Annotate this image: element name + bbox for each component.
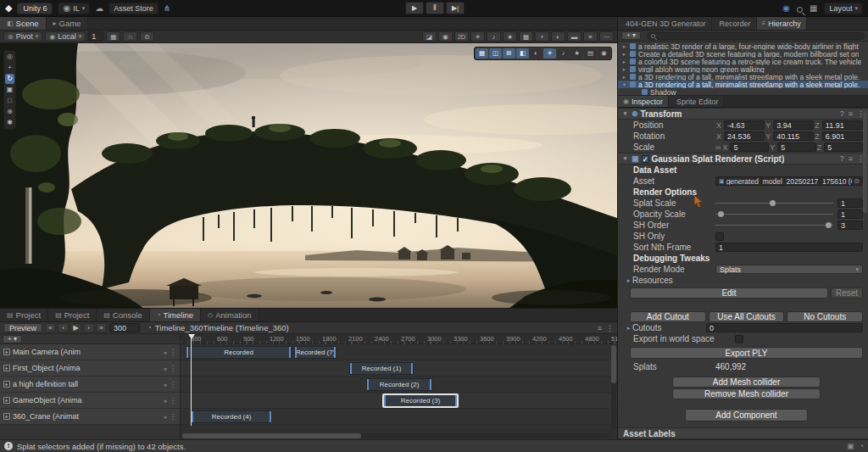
track-row[interactable]: ▸ a high definition tall ● ⋮ bbox=[0, 377, 180, 393]
grid-snapping-icon[interactable]: ▦ bbox=[106, 31, 120, 42]
sh-order-slider[interactable] bbox=[715, 220, 833, 230]
effects-icon[interactable]: ★ bbox=[503, 31, 517, 42]
wireframe-view-button[interactable]: ◫ bbox=[489, 48, 502, 59]
cloud-status-icon[interactable]: ◉ bbox=[782, 3, 790, 13]
add-component-button[interactable]: Add Component bbox=[685, 409, 808, 421]
opacity-scale-value-field[interactable]: 1 bbox=[837, 209, 863, 219]
presets-icon[interactable]: ≡ bbox=[849, 109, 853, 118]
gear-icon[interactable]: ≡ bbox=[598, 324, 602, 332]
rotation-z-field[interactable]: 6.901 bbox=[822, 131, 863, 141]
gaussian-splat-renderer-header[interactable]: ▾ ▣ ✓ Gaussian Splat Renderer (Script) ?… bbox=[618, 153, 868, 165]
asset-labels-header[interactable]: Asset Labels bbox=[618, 427, 868, 439]
help-icon[interactable]: ? bbox=[840, 154, 844, 163]
grid-icon[interactable]: ▦ bbox=[519, 31, 533, 42]
timeline-clip[interactable]: Recorded (7) bbox=[294, 346, 337, 359]
panel-tab[interactable]: ◇ Animation bbox=[201, 309, 259, 321]
custom-tool[interactable]: ✱ bbox=[5, 118, 14, 128]
component-enabled-checkbox[interactable]: ✓ bbox=[642, 155, 649, 163]
audio-toggle[interactable]: ♪ bbox=[557, 48, 570, 59]
record-icon[interactable]: ● bbox=[164, 398, 167, 404]
panel-tab[interactable]: Sprite Editor bbox=[669, 96, 725, 107]
rotation-y-field[interactable]: 40.115 bbox=[773, 131, 814, 141]
transform-tool[interactable]: ⊕ bbox=[5, 107, 14, 117]
timeline-clip[interactable]: Recorded (1) bbox=[349, 362, 414, 375]
hierarchy-item[interactable]: ▸ virgil abloh wearing neon green walkin… bbox=[618, 65, 868, 73]
track-menu-icon[interactable]: ⋮ bbox=[170, 365, 176, 372]
scale-x-field[interactable]: 5 bbox=[730, 142, 769, 152]
panel-tab[interactable]: ▤ Project bbox=[0, 309, 48, 321]
transform-header[interactable]: ▾ ⊕ Transform ? ≡ ⋮ bbox=[618, 108, 868, 120]
menu-icon[interactable]: ≡ bbox=[583, 31, 598, 42]
camera-icon[interactable]: ◐ bbox=[551, 31, 565, 42]
timeline-clip-area[interactable]: 3006009001200150018002100240027003000330… bbox=[181, 334, 617, 441]
layers-icon[interactable]: ▦ bbox=[810, 3, 817, 13]
gizmos-icon[interactable]: + bbox=[535, 31, 549, 42]
expand-arrow-icon[interactable]: ▸ bbox=[621, 74, 627, 81]
timeline-horizontal-scrollbar[interactable] bbox=[182, 433, 609, 438]
use-all-cutouts-button[interactable]: Use All Cutouts bbox=[709, 311, 785, 322]
track-menu-icon[interactable]: ⋮ bbox=[170, 381, 176, 388]
play-button[interactable]: ▶ bbox=[70, 323, 81, 332]
cloud-icon[interactable]: ☁ bbox=[95, 3, 103, 13]
position-z-field[interactable]: 11.91 bbox=[822, 120, 863, 130]
no-cutouts-button[interactable]: No Cutouts bbox=[787, 311, 863, 322]
track-row[interactable]: ▸ Main Camera (Anim ● ⋮ bbox=[0, 344, 180, 360]
audio-icon[interactable]: ♪ bbox=[487, 31, 501, 42]
panel-tab[interactable]: ◉ Inspector bbox=[618, 96, 669, 107]
expand-arrow-icon[interactable]: ▸ bbox=[621, 66, 627, 73]
expand-arrow-icon[interactable]: ▾ bbox=[621, 81, 627, 88]
presets-icon[interactable]: ≡ bbox=[849, 154, 853, 163]
grid-size-field[interactable]: 1 bbox=[88, 31, 103, 42]
hierarchy-item[interactable]: ▸ Create a detailed 3D scene featuring a… bbox=[618, 50, 868, 58]
opacity-scale-slider[interactable] bbox=[715, 209, 833, 219]
panel-tab[interactable]: ≡ Hierarchy bbox=[757, 17, 807, 30]
layout-dropdown[interactable]: Layout ▾ bbox=[824, 3, 863, 14]
view-tool[interactable]: ◎ bbox=[5, 52, 14, 62]
foldout-arrow-icon[interactable]: ▸ bbox=[625, 325, 632, 332]
sh-only-checkbox[interactable] bbox=[715, 232, 724, 241]
timeline-breadcrumb[interactable]: ◔ Timeline_360Timeline (Timeline_360) bbox=[147, 323, 289, 332]
panel-tab[interactable]: ▤ Project bbox=[48, 309, 97, 321]
splat-scale-value-field[interactable]: 1 bbox=[837, 198, 863, 208]
hierarchy-item[interactable]: ▸ a colorful 3D scene featuring a retro-… bbox=[618, 58, 868, 65]
inspector-scrollbar[interactable] bbox=[863, 111, 867, 213]
render-mode-dropdown[interactable]: Splats ▾ bbox=[715, 265, 863, 274]
effects-toggle[interactable]: ★ bbox=[570, 48, 583, 59]
record-icon[interactable]: ● bbox=[164, 382, 167, 388]
sort-nth-frame-field[interactable]: 1 bbox=[715, 243, 863, 252]
shading-mode-icon[interactable]: ◪ bbox=[422, 31, 437, 42]
scale-y-field[interactable]: 5 bbox=[777, 142, 816, 152]
hierarchy-search-input[interactable] bbox=[647, 32, 865, 40]
timeline-clip[interactable]: Recorded (4) bbox=[191, 410, 272, 423]
activity-icon[interactable]: ◔ bbox=[860, 442, 864, 450]
track-row[interactable]: ▸ GameObject (Anima ● ⋮ bbox=[0, 393, 180, 409]
track-row[interactable]: ▸ 360_Crane (Animat ● ⋮ bbox=[0, 409, 180, 425]
overlays-icon[interactable]: ▬ bbox=[567, 31, 581, 42]
add-mesh-collider-button[interactable]: Add Mesh collider bbox=[672, 377, 821, 388]
account-button[interactable]: ◉ IL ▾ bbox=[58, 3, 90, 14]
status-message[interactable]: Splat selectors added (if missing) to 42… bbox=[17, 442, 186, 451]
timeline-vertical-scrollbar[interactable] bbox=[611, 345, 616, 429]
lighting-toggle[interactable]: ☀ bbox=[543, 48, 556, 59]
record-icon[interactable]: ● bbox=[164, 366, 167, 371]
sh-order-value-field[interactable]: 3 bbox=[837, 220, 863, 230]
asset-object-field[interactable]: ▣ generated_model_20250217_175610 (Gau ⊙ bbox=[715, 176, 863, 186]
create-object-button[interactable]: + ▾ bbox=[621, 31, 641, 40]
goto-start-button[interactable]: « bbox=[45, 323, 56, 332]
shaded-view-button[interactable]: ▦ bbox=[476, 48, 488, 59]
playhead[interactable] bbox=[191, 334, 192, 426]
timeline-clip[interactable]: Recorded bbox=[186, 346, 292, 359]
hierarchy-item[interactable]: ▾ a 3D rendering of a tall, minimalist s… bbox=[618, 81, 868, 88]
pause-button[interactable]: Ⅱ bbox=[426, 2, 444, 14]
next-frame-button[interactable]: › bbox=[83, 323, 94, 332]
2d-toggle[interactable]: 2D bbox=[454, 31, 469, 42]
track-menu-icon[interactable]: ⋮ bbox=[170, 413, 176, 421]
record-icon[interactable]: ● bbox=[164, 349, 167, 355]
console-icon[interactable]: ▣ bbox=[847, 442, 854, 450]
timeline-clip[interactable]: Recorded (3) bbox=[383, 394, 458, 407]
rotate-tool[interactable]: ↻ bbox=[5, 74, 14, 84]
pivot-dropdown[interactable]: ⊕ Pivot ▾ bbox=[3, 31, 42, 42]
object-picker-icon[interactable]: ⊙ bbox=[854, 177, 860, 185]
handle-rotation-dropdown[interactable]: ◉ Local ▾ bbox=[45, 31, 86, 42]
frame-field[interactable]: 300 bbox=[109, 323, 140, 332]
